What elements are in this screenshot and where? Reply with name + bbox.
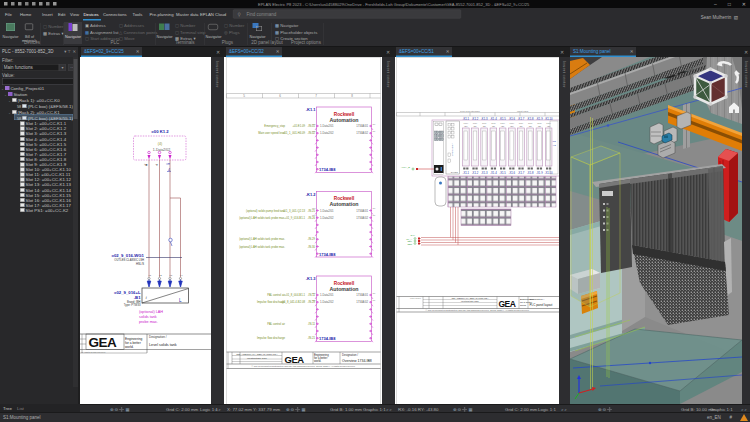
svg-text:-IN.11: -IN.11 [308,322,316,326]
svg-text:-K1.7: -K1.7 [518,117,525,121]
svg-text:© The Reproduction Distributio: © The Reproduction Distribution and use … [252,365,356,367]
svg-text:+01_9_016-B1.1: +01_9_016-B1.1 [285,216,306,220]
svg-text:Automation: Automation [329,201,358,207]
svg-text:Westpartage GSF: Westpartage GSF [247,357,267,360]
svg-text:probe max.: probe max. [139,320,158,324]
svg-text:Designation /: Designation / [530,298,545,301]
svg-text:-IN.21: -IN.21 [308,336,316,340]
svg-text:›■: ›■ [144,163,147,167]
svg-text:-X1.4: -X1.4 [490,171,497,175]
svg-text:-X1.9: -X1.9 [536,171,543,175]
svg-text:(optional) solids pump feed ta: (optional) solids pump feed tank [246,209,286,213]
svg-text:(optional) LAH solids tank pro: (optional) LAH solids tank probe max. [239,245,285,249]
svg-text:Brand: IBH: Brand: IBH [127,300,140,304]
svg-text:24VDC: 24VDC [451,171,459,173]
svg-text:© The Reproduction Distributio: © The Reproduction Distribution and use … [426,309,530,311]
svg-text:1734-IB8: 1734-IB8 [319,167,336,172]
svg-text:+01.E1.09: +01.E1.09 [292,124,305,128]
svg-text:-IN.11: -IN.11 [308,293,316,297]
svg-text:=00 K1.2: =00 K1.2 [151,129,169,134]
svg-text:-K1.10: -K1.10 [545,117,554,121]
svg-text:GEA: GEA [89,335,118,350]
svg-text:(c) rights being reserved: (c) rights being reserved [81,351,106,353]
svg-text:GEA: GEA [285,354,305,365]
svg-text:1-Data2/02: 1-Data2/02 [320,216,334,220]
svg-text:(optional) LAH solids tank pro: (optional) LAH solids tank probe max. [239,216,285,220]
svg-text:-X1.6: -X1.6 [509,171,516,175]
svg-text:1734A/02: 1734A/02 [356,131,368,135]
svg-text:1-Data2/01: 1-Data2/01 [320,209,334,213]
svg-text:-K1.2: -K1.2 [306,192,317,197]
svg-text:=02_9_016-WG1: =02_9_016-WG1 [112,253,145,258]
svg-text:xxxx xxxxx: xxxx xxxxx [410,297,422,299]
svg-text:Automation: Automation [329,286,358,292]
svg-text:-X1.8: -X1.8 [527,171,534,175]
svg-text:(4): (4) [158,142,162,146]
svg-text:-K1.6: -K1.6 [509,117,516,121]
svg-text:Emergency_stop: Emergency_stop [264,124,285,128]
svg-text:-X1.1: -X1.1 [463,171,470,175]
svg-text:1734A/01: 1734A/01 [356,293,368,297]
svg-text:1-Data2/02: 1-Data2/02 [153,148,170,152]
svg-text:-IN.01: -IN.01 [308,124,316,128]
svg-text:-X1.3: -X1.3 [481,171,488,175]
svg-text:1734A/01: 1734A/01 [356,209,368,213]
svg-text:-K1.3: -K1.3 [306,276,317,281]
svg-text:-X1.2: -X1.2 [472,171,479,175]
svg-text:world.: world. [125,345,134,349]
svg-text:⋅▾: ⋅▾ [155,163,158,167]
svg-text:1-Data2/02: 1-Data2/02 [320,131,334,135]
svg-text:-K1.2: -K1.2 [472,117,479,121]
svg-text:1734-IB8: 1734-IB8 [319,336,336,341]
svg-text:GEA: GEA [499,299,516,309]
svg-text:+PFA_B: +PFA_B [401,166,411,169]
svg-text:world.: world. [520,304,527,307]
svg-text:-IN.25: -IN.25 [308,209,316,213]
svg-text:-X1.7: -X1.7 [518,171,525,175]
svg-text:1734A/02: 1734A/02 [356,300,368,304]
svg-text:-IN.26: -IN.26 [308,216,316,220]
svg-text:1734A/01: 1734A/01 [356,124,368,128]
svg-text:PLC panel layout: PLC panel layout [530,303,553,307]
svg-text:Overview 1734-IB8: Overview 1734-IB8 [342,359,372,363]
svg-text:+01_1_001-H4.09: +01_1_001-H4.09 [283,131,306,135]
svg-text:Designation /: Designation / [342,353,358,357]
svg-text:-K1.3: -K1.3 [481,117,488,121]
svg-text:Impulse flow discharge: Impulse flow discharge [257,336,285,340]
svg-text:-K1.1: -K1.1 [306,107,317,112]
svg-text:-IN.29: -IN.29 [308,237,316,241]
svg-text:1-Data2/01: 1-Data2/01 [320,124,334,128]
svg-text:-K1.1: -K1.1 [463,117,470,121]
svg-text:1-Data2/02: 1-Data2/02 [320,300,334,304]
svg-text:-K1.5: -K1.5 [499,117,506,121]
svg-text:-K1.9: -K1.9 [536,117,543,121]
svg-text:2BN: 2BN [408,243,413,245]
svg-text:1-Data2/01: 1-Data2/01 [320,293,334,297]
svg-text:Input card: Input card [517,110,529,113]
svg-text:world.: world. [314,359,322,363]
svg-text:Designation /: Designation / [149,335,167,339]
svg-text:+01_8_004-B1.1: +01_8_004-B1.1 [285,293,306,297]
svg-text:-K1.4: -K1.4 [490,117,497,121]
svg-text:HSL/S: HSL/S [136,262,144,266]
svg-text:Type: PTW33: Type: PTW33 [124,303,141,307]
svg-text:-PS: -PS [552,140,556,142]
svg-text:OUTLES CLASSIC LSH: OUTLES CLASSIC LSH [114,258,144,262]
svg-text:PAL control air: PAL control air [267,293,285,297]
svg-text:solids tank: solids tank [139,315,157,319]
svg-text:+01_3_001-Q2.13: +01_3_001-Q2.13 [283,209,306,213]
svg-text:(optional) LAH: (optional) LAH [139,310,163,314]
svg-text:-X1.5: -X1.5 [499,171,506,175]
svg-text:Automation: Automation [329,117,358,123]
svg-text:-B1: -B1 [134,295,141,300]
svg-text:(optional) LAH solids tank pro: (optional) LAH solids tank probe max. [239,237,285,241]
svg-text:1734-IB8: 1734-IB8 [319,252,336,257]
svg-text:Level solids tank: Level solids tank [149,343,177,347]
svg-text:-X1.10: -X1.10 [545,171,554,175]
svg-text:≈▾: ≈▾ [166,162,170,166]
svg-text:Westpartage GSF: Westpartage GSF [461,300,480,302]
svg-text:PLC bus interface: PLC bus interface [460,110,480,113]
svg-text:GEA WESTFALIA SEPARATOR USA: GEA WESTFALIA SEPARATOR USA [451,297,489,299]
svg-text:PAL control air: PAL control air [267,322,285,326]
svg-text:Main user speed level: Main user speed level [258,131,285,135]
